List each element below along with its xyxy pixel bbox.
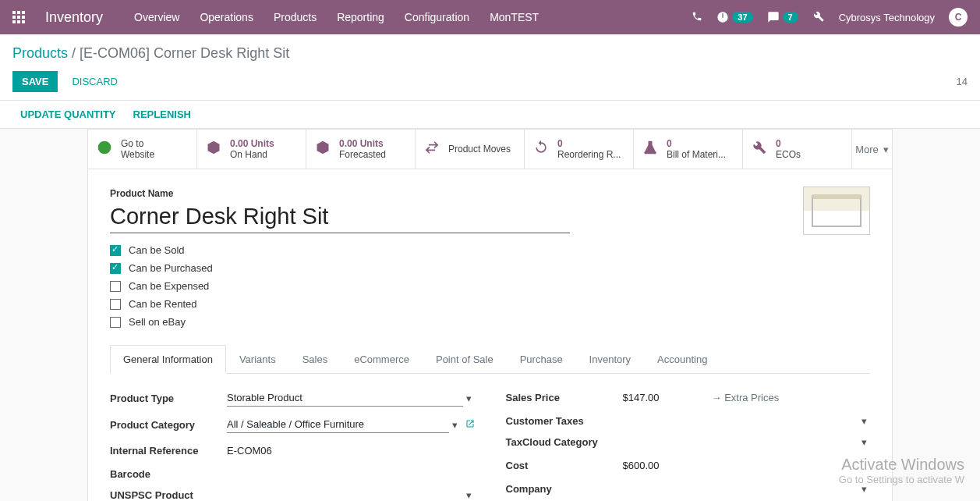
nav-overview[interactable]: Overview <box>134 11 179 23</box>
apps-icon[interactable] <box>12 11 25 23</box>
input-barcode[interactable] <box>227 472 475 477</box>
stat-forecast[interactable]: 0.00 UnitsForecasted <box>306 130 416 169</box>
external-link-icon[interactable] <box>465 419 475 431</box>
chevron-down-icon[interactable]: ▾ <box>463 393 475 404</box>
action-bar: SAVE DISCARD 14 <box>0 68 980 101</box>
tabs: General Information Variants Sales eComm… <box>110 345 870 374</box>
tab-pos[interactable]: Point of Sale <box>423 345 507 373</box>
discard-button[interactable]: DISCARD <box>72 76 118 87</box>
check-sell-on-ebay[interactable]: Sell on eBay <box>110 316 870 328</box>
user-name[interactable]: Cybrosys Technology <box>839 12 935 23</box>
chevron-down-icon[interactable]: ▾ <box>463 489 475 501</box>
stat-bom[interactable]: 0Bill of Materi... <box>634 130 743 169</box>
chevron-down-icon[interactable]: ▾ <box>858 436 870 448</box>
input-customer-taxes[interactable] <box>623 419 859 424</box>
product-name-label: Product Name <box>110 188 870 199</box>
cubes-icon <box>205 140 222 159</box>
breadcrumb: Products / [E-COM06] Corner Desk Right S… <box>0 34 980 68</box>
update-quantity-button[interactable]: UPDATE QUANTITY <box>20 108 116 120</box>
activity-badge: 37 <box>732 12 752 23</box>
label-company: Company <box>506 483 623 495</box>
flask-icon <box>642 140 659 159</box>
input-product-type[interactable]: Storable Product <box>227 389 463 407</box>
stat-moves[interactable]: Product Moves <box>416 130 525 169</box>
tab-variants[interactable]: Variants <box>226 345 289 373</box>
stat-onhand[interactable]: 0.00 UnitsOn Hand <box>197 130 306 169</box>
save-button[interactable]: SAVE <box>12 71 58 92</box>
sub-action-bar: UPDATE QUANTITY REPLENISH <box>0 101 980 129</box>
stat-website[interactable]: Go toWebsite <box>88 130 197 169</box>
tab-ecommerce[interactable]: eCommerce <box>341 345 423 373</box>
input-product-category[interactable]: All / Saleable / Office Furniture <box>227 416 449 433</box>
tab-sales[interactable]: Sales <box>289 345 341 373</box>
label-barcode: Barcode <box>110 468 227 480</box>
product-name-input[interactable] <box>110 202 570 233</box>
input-internal-ref[interactable]: E-COM06 <box>227 442 475 459</box>
nav-montest[interactable]: MonTEST <box>490 11 539 23</box>
label-unspsc: UNSPSC Product <box>110 489 227 501</box>
nav-products[interactable]: Products <box>274 11 317 23</box>
form-sheet: Go toWebsite 0.00 UnitsOn Hand 0.00 Unit… <box>87 129 893 501</box>
input-company[interactable] <box>623 487 859 492</box>
cubes-icon <box>314 140 331 159</box>
label-product-category: Product Category <box>110 419 227 431</box>
phone-icon[interactable] <box>692 11 702 24</box>
input-unspsc[interactable] <box>227 493 463 498</box>
activity-icon[interactable]: 37 <box>716 11 752 23</box>
check-can-be-sold[interactable]: Can be Sold <box>110 244 870 256</box>
brand[interactable]: Inventory <box>45 9 103 26</box>
input-sales-price[interactable]: $147.00 <box>623 389 701 406</box>
label-product-type: Product Type <box>110 393 227 404</box>
globe-icon <box>96 140 113 159</box>
chevron-down-icon[interactable]: ▾ <box>449 419 461 431</box>
label-cost: Cost <box>506 460 623 471</box>
replenish-button[interactable]: REPLENISH <box>133 108 191 120</box>
topbar: Inventory Overview Operations Products R… <box>0 0 980 34</box>
breadcrumb-root[interactable]: Products <box>12 45 68 61</box>
input-taxcloud[interactable] <box>623 440 859 445</box>
topbar-right: 37 7 Cybrosys Technology C <box>692 8 968 27</box>
nav-operations[interactable]: Operations <box>200 11 253 23</box>
input-cost[interactable]: $600.00 <box>623 457 871 474</box>
product-image[interactable] <box>803 187 870 235</box>
label-customer-taxes: Customer Taxes <box>506 415 623 427</box>
pager[interactable]: 14 <box>957 76 968 87</box>
nav-configuration[interactable]: Configuration <box>405 11 469 23</box>
refresh-icon <box>532 140 550 159</box>
label-sales-price: Sales Price <box>506 392 623 403</box>
breadcrumb-current: [E-COM06] Corner Desk Right Sit <box>80 45 289 61</box>
chevron-down-icon: ▾ <box>883 144 889 155</box>
stat-buttons: Go toWebsite 0.00 UnitsOn Hand 0.00 Unit… <box>88 130 892 169</box>
tab-general-information[interactable]: General Information <box>110 345 226 374</box>
avatar[interactable]: C <box>949 8 968 27</box>
wrench-icon[interactable] <box>812 10 825 25</box>
tab-inventory[interactable]: Inventory <box>576 345 644 373</box>
nav-reporting[interactable]: Reporting <box>337 11 384 23</box>
extra-prices-link[interactable]: Extra Prices <box>712 392 780 403</box>
stat-ecos[interactable]: 0ECOs <box>743 130 852 169</box>
exchange-icon <box>423 140 440 159</box>
stat-more[interactable]: More▾ <box>852 130 892 169</box>
wrench-icon <box>751 140 768 159</box>
chevron-down-icon[interactable]: ▾ <box>858 415 870 427</box>
svg-point-0 <box>98 140 111 154</box>
check-can-be-purchased[interactable]: Can be Purchased <box>110 262 870 274</box>
chat-badge: 7 <box>783 12 798 23</box>
chat-icon[interactable]: 7 <box>767 11 798 23</box>
stat-reorder[interactable]: 0Reordering R... <box>525 130 634 169</box>
chevron-down-icon[interactable]: ▾ <box>858 483 870 495</box>
check-can-be-expensed[interactable]: Can be Expensed <box>110 280 870 292</box>
label-taxcloud: TaxCloud Category <box>506 436 623 448</box>
tab-accounting[interactable]: Accounting <box>644 345 720 373</box>
top-nav: Overview Operations Products Reporting C… <box>134 11 539 23</box>
tab-purchase[interactable]: Purchase <box>507 345 576 373</box>
label-internal-ref: Internal Reference <box>110 445 227 457</box>
check-can-be-rented[interactable]: Can be Rented <box>110 298 870 310</box>
